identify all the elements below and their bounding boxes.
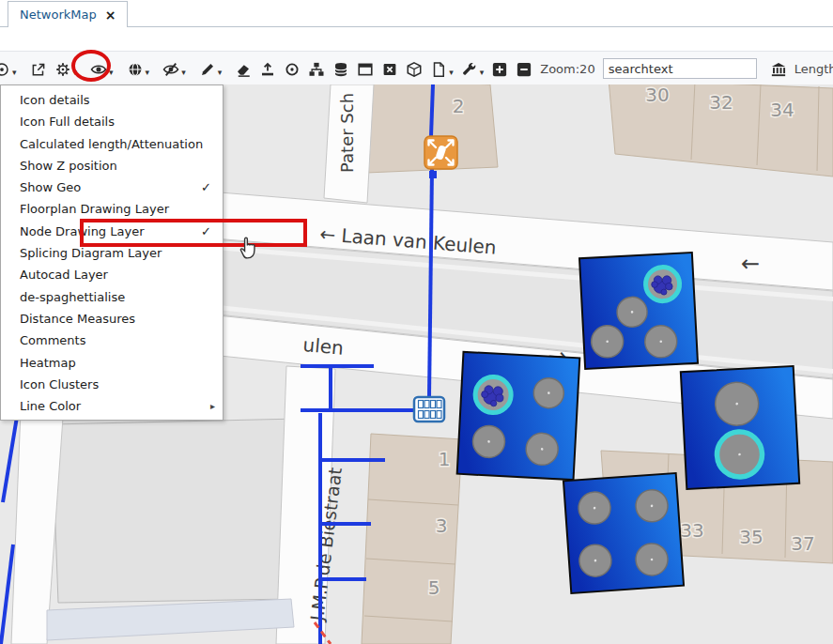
plus-square-button[interactable] [489,57,510,80]
house-number: 2 [453,95,465,117]
menu-item-floorplan-drawing-layer[interactable]: Floorplan Drawing Layer [1,198,223,220]
chevron-down-icon: ▾ [181,67,186,78]
sitemap-icon [308,61,325,78]
upload-icon [259,61,276,78]
external-link-button[interactable] [28,57,49,80]
menu-item-comments[interactable]: Comments [1,330,223,351]
eye-off-button[interactable]: ▾ [161,57,188,80]
menu-item-autocad-layer[interactable]: Autocad Layer [1,264,223,285]
tab-bar: NetworkMap × [0,0,833,27]
eraser-icon [235,61,252,78]
view-options-menu: Icon detailsIcon Full detailsCalculated … [0,84,224,421]
globe-icon [127,61,144,78]
menu-item-label: de-spaghettialise [20,290,125,304]
menu-item-calculated-length-attenuation[interactable]: Calculated length/Attenuation [1,133,223,155]
search-input[interactable] [603,58,757,79]
move-handle-icon[interactable] [424,136,457,169]
hand-cursor [239,232,263,264]
house-number: 35 [739,526,763,548]
house-number: 34 [770,99,794,121]
menu-item-label: Comments [20,333,85,347]
node-square[interactable] [579,253,698,369]
street-label: ← [741,251,760,277]
database-button[interactable] [331,57,351,80]
wrench-button[interactable]: ▾ [459,57,486,80]
house-number: 32 [709,91,733,114]
house-number: 30 [645,84,669,106]
globe-button[interactable]: ▾ [125,57,152,80]
network-map-app: { "tab": { "title": "NetworkMap", "close… [0,0,833,644]
menu-item-label: Show Z position [20,159,117,173]
menu-item-label: Icon Full details [20,115,115,129]
chevron-down-icon: ▾ [218,67,223,78]
target-button[interactable] [282,57,302,80]
menu-item-label: Line Color [20,399,81,413]
menu-item-show-z-position[interactable]: Show Z position [1,155,223,176]
submenu-arrow-icon: ▸ [210,395,215,417]
window-button[interactable] [355,57,376,80]
length-label: Length: [794,62,833,76]
map-viewport[interactable]: Pater SchLaan van Keulen← Laan van Keule… [0,84,833,644]
menu-item-icon-full-details[interactable]: Icon Full details [1,111,223,132]
tab-title: NetworkMap [20,8,97,22]
menu-item-heatmap[interactable]: Heatmap [1,352,223,374]
minus-square-button[interactable] [514,57,534,80]
menu-item-label: Distance Measures [20,312,135,326]
window-close-icon [381,61,398,78]
house-number: 5 [428,576,440,599]
bank-icon [770,61,787,78]
tab-close-icon[interactable]: × [105,8,116,22]
main-toolbar: ▾▾▾▾▾▾▾▾Zoom:20Length: [0,51,833,86]
eye-off-icon [162,61,179,78]
eraser-button[interactable] [233,57,254,80]
node-square[interactable] [681,366,799,489]
menu-item-distance-measures[interactable]: Distance Measures [1,308,223,330]
menu-item-icon-details[interactable]: Icon details [1,89,223,111]
external-link-icon [30,61,47,78]
annotation-red-circle [71,50,111,82]
bank-button[interactable] [768,57,789,80]
zoom-level-label: Zoom:20 [540,62,594,76]
window-close-button[interactable] [379,57,400,80]
street-label: ulen [302,333,345,360]
plus-square-icon [491,61,508,78]
splice-closure-icon[interactable] [414,397,444,422]
tab-networkmap[interactable]: NetworkMap × [8,1,128,27]
menu-item-label: Splicing Diagram Layer [20,246,162,260]
house-number: 37 [791,532,814,555]
node-square[interactable] [457,352,580,480]
document-icon [430,61,447,78]
database-icon [332,61,349,78]
gear-icon [54,61,71,78]
spiral-button[interactable]: ▾ [0,57,19,80]
chevron-down-icon: ▾ [146,67,150,78]
menu-item-line-color[interactable]: Line Color▸ [1,395,223,417]
sitemap-button[interactable] [306,57,327,80]
pencil-icon [199,61,216,78]
house-number: 1 [439,448,451,470]
pencil-button[interactable]: ▾ [197,57,224,80]
street-label: Pater Sch [337,93,357,173]
node-square[interactable] [563,473,684,593]
annotation-red-box [80,219,307,247]
chevron-down-icon: ▾ [449,67,454,78]
menu-item-label: Show Geo [20,180,81,194]
chevron-down-icon: ▾ [12,67,17,78]
menu-item-icon-clusters[interactable]: Icon Clusters [1,374,223,395]
cube-button[interactable] [404,57,424,80]
menu-item-label: Icon details [20,93,90,107]
menu-item-show-geo[interactable]: Show Geo✓ [1,176,223,198]
menu-item-label: Autocad Layer [20,268,108,282]
spiral-icon [0,61,10,78]
check-icon: ✓ [201,176,211,198]
cube-icon [406,61,423,78]
upload-button[interactable] [257,57,278,80]
document-button[interactable]: ▾ [428,57,455,80]
window-icon [357,61,374,78]
cable-node-stub [429,171,437,178]
wrench-icon [461,61,478,78]
menu-item-label: Heatmap [20,356,76,370]
menu-item-label: Calculated length/Attenuation [20,137,203,151]
menu-item-de-spaghettialise[interactable]: de-spaghettialise [1,286,223,308]
chevron-down-icon: ▾ [480,67,485,78]
